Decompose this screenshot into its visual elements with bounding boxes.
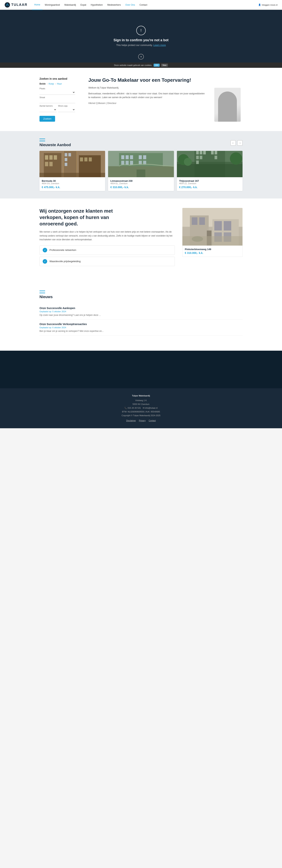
svg-rect-12 <box>65 158 67 161</box>
nav-medewerkers[interactable]: Medewerkers <box>105 0 123 10</box>
footer-company: Tulpar Makelaardij <box>4 394 278 398</box>
logo[interactable]: TULAAR <box>4 2 28 8</box>
footer-btw: BTW: NL026090669556 | KvK: 85540685 <box>4 410 278 414</box>
featured-address: Pinksterbloemweg 149 <box>185 248 240 251</box>
news-title-1: Onze Succesvolle Aankopen <box>39 307 243 310</box>
search-button[interactable]: Zoeken <box>39 116 55 122</box>
scroll-down-button[interactable]: ▾ <box>138 54 144 60</box>
hero-content: ! Sign in to confirm you're not a bot Th… <box>110 18 172 54</box>
street-label: Straat <box>39 96 75 98</box>
featured-property[interactable]: Pinksterbloemweg 149 € 310.000,- k.k. <box>182 208 243 257</box>
svg-point-0 <box>5 2 10 7</box>
listings-title-wrap: Nieuwste Aanbod <box>39 138 71 147</box>
svg-rect-24 <box>139 155 142 159</box>
svg-rect-53 <box>199 217 205 225</box>
listing-address-3: Thijssestraat 167 <box>179 180 240 182</box>
listing-city-2: 4654 EL, Zoerdum <box>110 182 172 185</box>
cookie-ok-button[interactable]: OK <box>153 64 160 67</box>
footer-disclaimer[interactable]: Disclaimer <box>126 419 136 423</box>
agent-photo <box>212 77 243 122</box>
news-content: Nieuws Onze Succesvolle Aankopen Geplaat… <box>28 283 254 343</box>
footer-city: 5555 NV Zoerdum <box>4 402 278 406</box>
intro-role: | Directeur <box>106 102 116 104</box>
listings-header: Nieuwste Aanbod ← → <box>39 138 243 147</box>
service-label-1: Professionele netwerken <box>49 249 76 251</box>
street-field: Straat <box>39 96 75 103</box>
footer-copyright: Copyright © Tulpar Makelaardij 2024-2025 <box>4 414 278 417</box>
listing-card-3[interactable]: Thijssestraat 167 4654 ZZ, Zoerdum € 270… <box>177 151 243 191</box>
svg-rect-31 <box>137 169 145 177</box>
agent-image <box>214 88 241 122</box>
service-label-2: Waardevolle prijsbegeleiding <box>49 260 81 263</box>
svg-rect-59 <box>182 236 243 246</box>
toggle-huur[interactable]: Huur <box>57 83 62 85</box>
svg-rect-14 <box>80 157 83 161</box>
navbar: TULAAR Home Woningaanbod Makelaardij Exp… <box>0 0 282 10</box>
footer-privacy[interactable]: Privacy <box>139 419 146 423</box>
services-text: Wij ontzorgen onze klanten met verkopen,… <box>39 208 175 268</box>
svg-rect-43 <box>214 156 217 159</box>
svg-rect-5 <box>45 155 48 159</box>
nav-woningaanbod[interactable]: Woningaanbod <box>42 0 62 10</box>
place-select[interactable] <box>39 90 75 95</box>
news-title-bar <box>39 290 45 291</box>
nav-links: Home Woningaanbod Makelaardij Expat Hypo… <box>32 0 258 10</box>
svg-rect-6 <box>49 155 52 159</box>
nav-over-ons[interactable]: Over Ons <box>123 0 137 10</box>
listing-card-1[interactable]: Bermuda 30 4654 GV, Zoerdum € 475.000,- … <box>39 151 105 191</box>
rooms-select[interactable] <box>39 107 57 112</box>
listing-card-2[interactable]: Linnaeusstraat 230 4654 EL, Zoerdum € 31… <box>108 151 174 191</box>
svg-rect-38 <box>211 151 214 154</box>
listings-title-bar <box>39 138 45 139</box>
living-select[interactable] <box>58 107 75 112</box>
service-icon-1: ✓ <box>43 248 47 252</box>
svg-rect-15 <box>84 157 87 161</box>
svg-rect-44 <box>177 164 243 177</box>
footer-links: Disclaimer Privacy Contact <box>4 419 278 423</box>
news-title: Nieuws <box>39 293 243 299</box>
learn-more-link[interactable]: Learn more <box>153 44 166 46</box>
listings-next-button[interactable]: → <box>237 140 243 146</box>
nav-expat[interactable]: Expat <box>78 0 89 10</box>
nav-home[interactable]: Home <box>32 0 42 10</box>
hero-title: Sign in to confirm you're not a bot <box>113 38 169 42</box>
svg-rect-26 <box>121 161 124 165</box>
news-title-2: Onze Succesvolle Verkooptransacties <box>39 322 243 326</box>
place-field: Plaats <box>39 87 75 95</box>
nav-hypotheken[interactable]: Hypotheken <box>89 0 105 10</box>
footer: Tulpar Makelaardij Vrielweg 1 K 5555 NV … <box>0 388 282 429</box>
rooms-living-row: Aantal kamers Woon.opp. <box>39 105 75 114</box>
agent-body <box>218 92 237 122</box>
services-description: We nemen u werk uit handen door u te hel… <box>39 230 175 242</box>
news-excerpt-2: Ben je klaar om je woning te verkopen? M… <box>39 330 243 332</box>
living-label: Woon.opp. <box>58 105 75 107</box>
news-item-2[interactable]: Onze Succesvolle Verkooptransacties Gepl… <box>39 319 243 336</box>
street-input[interactable] <box>39 99 75 103</box>
cookie-bar: Deze website maakt gebruik van cookies. … <box>0 63 282 68</box>
nav-makelaardij[interactable]: Makelaardij <box>62 0 78 10</box>
toggle-koop[interactable]: Koop <box>49 83 54 85</box>
search-toggle: Beide › Koop › Huur <box>39 83 75 85</box>
svg-rect-27 <box>126 161 129 165</box>
nav-login[interactable]: 👤 Inloggen move.nl <box>258 4 278 6</box>
news-title-wrap: Nieuws <box>39 290 243 299</box>
svg-rect-37 <box>203 151 206 154</box>
toggle-both[interactable]: Beide <box>39 83 46 85</box>
news-item-1[interactable]: Onze Succesvolle Aankopen Geplaatst op: … <box>39 304 243 319</box>
svg-rect-28 <box>130 161 133 165</box>
footer-contact-link[interactable]: Contact <box>149 419 156 423</box>
svg-rect-36 <box>200 151 202 154</box>
intro-para2: Betrouwbaar, meedenkend, efficiënt - dat… <box>89 92 205 99</box>
service-item-1: ✓ Professionele netwerken <box>39 245 175 255</box>
listings-prev-button[interactable]: ← <box>231 140 236 146</box>
nav-contact[interactable]: Contact <box>137 0 149 10</box>
rooms-field: Aantal kamers <box>39 105 57 112</box>
footer-address: Vrielweg 1 K <box>4 399 278 402</box>
cookie-no-button[interactable]: Nee <box>161 64 168 67</box>
cookie-text: Deze website maakt gebruik van cookies. <box>114 64 152 66</box>
service-item-2: ✓ Waardevolle prijsbegeleiding <box>39 257 175 266</box>
svg-rect-42 <box>196 160 199 164</box>
intro-signature: Hikmet Çölkesen | Directeur <box>89 101 205 105</box>
intro-title: Jouw Go-To Makelaar voor een Topervaring… <box>89 77 205 83</box>
listing-image-1 <box>39 151 105 177</box>
